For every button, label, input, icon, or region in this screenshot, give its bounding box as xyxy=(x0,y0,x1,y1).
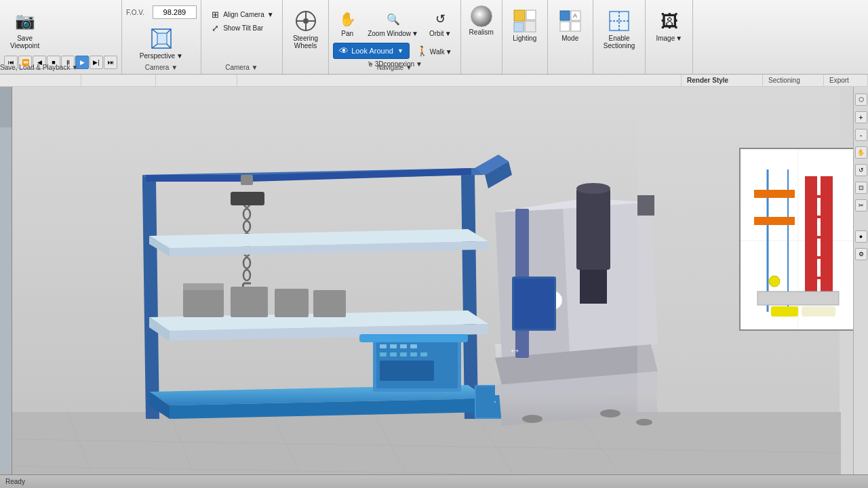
right-tool-strip: ⬡ + - ✋ ↺ ⊡ ✂ ● ⚙ xyxy=(853,87,868,488)
svg-rect-77 xyxy=(410,352,417,357)
svg-rect-14 xyxy=(514,22,524,32)
svg-rect-109 xyxy=(754,217,795,225)
perspective-label: Perspective xyxy=(140,52,175,60)
svg-text:A: A xyxy=(573,12,577,19)
section-labels-bar: Render Style Sectioning Export xyxy=(0,75,868,87)
camera-strip-button[interactable]: ● xyxy=(855,230,867,243)
realism-icon xyxy=(471,5,492,27)
image-section: 🖼 Image ▼ xyxy=(646,0,693,74)
show-tilt-bar-button[interactable]: ⤢ Show Tilt Bar xyxy=(207,22,277,35)
align-camera-icon: ⊞ xyxy=(210,9,220,20)
fit-button[interactable]: ⊡ xyxy=(855,182,867,194)
walk-arrow[interactable]: ▼ xyxy=(446,48,452,56)
zoom-label: Zoom Window xyxy=(368,30,411,37)
svg-rect-78 xyxy=(420,352,427,357)
svg-rect-75 xyxy=(390,352,397,357)
svg-point-100 xyxy=(636,419,652,426)
save-load-label: Save, Load & Playback xyxy=(0,64,70,71)
image-icon: 🖼 xyxy=(657,9,682,33)
svg-rect-16 xyxy=(560,11,570,20)
svg-rect-19 xyxy=(571,22,580,31)
svg-rect-90 xyxy=(580,270,607,304)
bottom-statusbar: Ready xyxy=(0,474,868,488)
walk-button[interactable]: 🚶 Walk ▼ xyxy=(412,43,456,59)
svg-rect-21 xyxy=(610,12,629,30)
look-around-arrow[interactable]: ▼ xyxy=(397,47,403,54)
sectioning-icon xyxy=(607,9,631,33)
look-around-button[interactable]: 👁 Look Around ▼ xyxy=(333,43,410,59)
align-camera-label: Align Camera xyxy=(223,11,264,18)
orbit-icon: ↺ xyxy=(431,9,450,28)
svg-rect-13 xyxy=(526,10,536,20)
camera-section-label: Camera ▼ xyxy=(201,64,282,71)
image-button[interactable]: 🖼 Image ▼ xyxy=(650,5,688,45)
look-around-icon: 👁 xyxy=(339,45,349,56)
svg-line-4 xyxy=(167,44,171,48)
perspective-button[interactable]: Perspective ▼ xyxy=(126,23,197,63)
svg-rect-53 xyxy=(231,192,264,205)
svg-rect-118 xyxy=(771,306,798,317)
svg-rect-66 xyxy=(275,289,309,317)
svg-point-98 xyxy=(522,415,542,423)
steering-section: Steering Wheels - xyxy=(283,0,329,74)
camera-section-tab xyxy=(81,75,156,86)
steering-wheels-button[interactable]: Steering Wheels xyxy=(287,5,324,53)
zoom-window-button[interactable]: 🔍 Zoom Window ▼ xyxy=(363,7,422,40)
align-camera-arrow[interactable]: ▼ xyxy=(267,11,274,18)
enable-sectioning-label: Enable Sectioning xyxy=(604,35,635,49)
mode-label: Mode xyxy=(561,35,578,42)
svg-rect-64 xyxy=(183,283,224,290)
image-arrow[interactable]: ▼ xyxy=(675,35,682,42)
orbit-strip-button[interactable]: ↺ xyxy=(855,164,867,176)
svg-rect-12 xyxy=(514,10,525,21)
align-camera-button[interactable]: ⊞ Align Camera ▼ xyxy=(207,8,277,21)
perspective-arrow[interactable]: ▼ xyxy=(176,52,183,60)
save-viewpoint-button[interactable]: 📷 Save Viewpoint xyxy=(4,5,45,53)
mode-button[interactable]: A Mode xyxy=(552,5,589,45)
orbit-label: Orbit xyxy=(429,30,444,37)
render-style-tab: Render Style xyxy=(682,75,763,86)
main-toolbar: 📷 Save Viewpoint ⏮ ⏪ ◀ ■ ⏸ ▶ ▶| ⏭ Save, … xyxy=(0,0,868,75)
navigate-section-label: Navigate ▼ xyxy=(329,64,460,71)
left-sidebar xyxy=(0,87,12,488)
zoom-out-button[interactable]: - xyxy=(855,129,867,141)
section-strip-button[interactable]: ✂ xyxy=(855,199,867,211)
svg-rect-117 xyxy=(757,291,839,305)
walk-label: Walk xyxy=(430,48,445,56)
camera-icon: 📷 xyxy=(13,9,37,33)
orbit-button[interactable]: ↺ Orbit ▼ xyxy=(425,7,456,40)
orbit-arrow[interactable]: ▼ xyxy=(445,30,452,37)
camera-controls-section: ⊞ Align Camera ▼ ⤢ Show Tilt Bar Camera … xyxy=(201,0,283,74)
enable-sectioning-button[interactable]: Enable Sectioning xyxy=(597,5,642,53)
mode-icon: A xyxy=(558,9,583,33)
pan-button[interactable]: ✋ Pan xyxy=(334,7,361,40)
realism-button[interactable]: Realism xyxy=(465,3,498,39)
zoom-arrow[interactable]: ▼ xyxy=(412,30,418,37)
zoom-icon: 🔍 xyxy=(384,9,403,28)
viewport-3d[interactable]: ↔ xyxy=(0,87,868,488)
save-load-arrow[interactable]: ▼ xyxy=(71,64,78,71)
minimap xyxy=(739,148,854,331)
svg-line-3 xyxy=(152,44,157,48)
svg-text:↔: ↔ xyxy=(509,344,521,357)
sectioning-tab: Sectioning xyxy=(763,75,824,86)
walk-icon: 🚶 xyxy=(416,45,428,56)
view-cube-button[interactable]: ⬡ xyxy=(855,94,867,106)
zoom-in-button[interactable]: + xyxy=(855,111,867,123)
svg-rect-5 xyxy=(157,33,167,44)
svg-rect-72 xyxy=(400,344,407,348)
image-label: Image xyxy=(656,35,675,42)
realism-section: Realism xyxy=(461,0,502,74)
navigate-tab xyxy=(237,75,682,86)
lighting-icon xyxy=(513,9,537,33)
save-viewpoint-section: 📷 Save Viewpoint ⏮ ⏪ ◀ ■ ⏸ ▶ ▶| ⏭ Save, … xyxy=(0,0,122,74)
fov-input[interactable] xyxy=(153,5,197,19)
settings-strip-button[interactable]: ⚙ xyxy=(855,248,867,260)
svg-point-120 xyxy=(769,276,780,287)
pan-strip-button[interactable]: ✋ xyxy=(855,146,867,159)
realism-label: Realism xyxy=(469,28,494,36)
fov-label: F.O.V. xyxy=(126,9,144,16)
lighting-button[interactable]: Lighting xyxy=(507,5,543,45)
svg-rect-74 xyxy=(380,352,387,357)
steering-label: Steering Wheels xyxy=(293,35,318,49)
